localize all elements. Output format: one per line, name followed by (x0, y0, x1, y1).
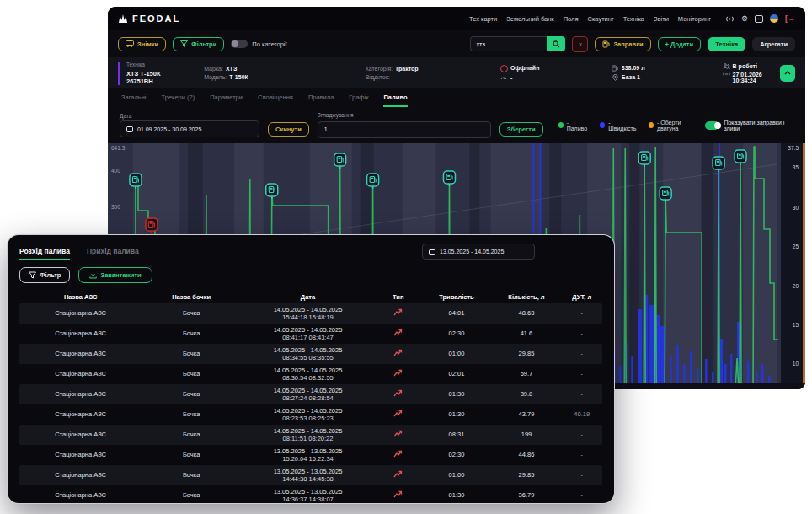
collapse-button[interactable] (780, 65, 795, 82)
cell-duration: 08:31 (421, 431, 491, 438)
location-pin-icon (612, 74, 619, 81)
ukraine-flag-icon[interactable] (770, 14, 778, 23)
nav-item-Моніторинг[interactable]: Моніторинг (678, 15, 711, 23)
drain-type-icon (393, 349, 403, 356)
funnel-icon (180, 40, 188, 47)
base-value: База 1 (622, 74, 640, 81)
tab-Параметри[interactable]: Параметри (210, 94, 243, 107)
refuel-marker-icon[interactable] (660, 187, 671, 202)
panel-buttons: Фільтр Завантажити (19, 267, 602, 283)
segment-aggregates-button[interactable]: Агрегати (752, 37, 795, 51)
filters-label: Фільтри (191, 40, 216, 48)
broadcast-icon[interactable] (725, 15, 735, 23)
nav-item-Техніка[interactable]: Техніка (623, 15, 644, 23)
date-range-value: 01.09.2025 - 30.09.2025 (137, 126, 201, 132)
cell-type (375, 430, 421, 439)
table-row: Стаціонарна АЗСБочка14.05.2025 - 14.05.2… (19, 344, 602, 364)
segment-vehicles-button[interactable]: Техніка (708, 37, 745, 51)
refuel-marker-icon[interactable] (334, 153, 346, 169)
cell-type (375, 450, 421, 459)
refuel-marker-icon[interactable] (444, 171, 456, 186)
tab-Загальні[interactable]: Загальні (121, 94, 147, 107)
search-button[interactable] (547, 36, 565, 51)
search-input[interactable] (470, 36, 547, 51)
time-range: 08:23:53 08:25:23 (241, 415, 375, 422)
vehicle-name: ХТЗ Т-150К 26751ВН (126, 70, 182, 85)
download-label: Завантажити (100, 271, 141, 279)
smoothing-input[interactable] (318, 121, 491, 138)
widgets-icon[interactable] (755, 15, 763, 23)
panel-filter-button[interactable]: Фільтр (19, 267, 70, 283)
drain-type-icon (393, 410, 403, 417)
refuels-button[interactable]: Заправки (595, 37, 650, 51)
date-field-group: Дата 01.09.2025 - 30.09.2025 (120, 113, 259, 137)
time-range: 08:11:51 08:20:22 (241, 435, 375, 442)
feodal-logo: FEODAL (118, 13, 180, 24)
refuel-marker-icon[interactable] (266, 184, 278, 199)
tab-Графік[interactable]: Графік (349, 94, 368, 107)
nav-item-Тех карти[interactable]: Тех карти (469, 15, 497, 23)
panel-tab-Розхід палива[interactable]: Розхід палива (19, 247, 70, 260)
refuel-marker-icon[interactable] (130, 174, 142, 189)
settings-gear-icon[interactable]: ⚙ (741, 15, 748, 23)
y-axis-right-label: 25 (793, 244, 799, 249)
panel-tab-Прихід палива[interactable]: Прихід палива (87, 247, 139, 260)
date-range-input[interactable]: 01.09.2025 - 30.09.2025 (120, 120, 259, 137)
cell-duration: 01:30 (421, 491, 491, 499)
nav-icon-cluster: ⚙ [→ (725, 14, 795, 23)
reset-label: Скинути (275, 126, 302, 133)
vehicle-title: Техніка ХТЗ Т-150К 26751ВН (118, 62, 182, 85)
drain-marker-icon[interactable] (146, 218, 158, 233)
y-axis-right-label: 15 (793, 322, 799, 328)
date-range: 14.05.2025 - 14.05.2025 (274, 326, 343, 334)
nav-item-Скаутинг[interactable]: Скаутинг (587, 15, 613, 23)
time-range: 14:36:37 14:38:07 (241, 495, 375, 503)
chart-band (743, 143, 777, 389)
nav-item-Земельний банк[interactable]: Земельний банк (506, 15, 553, 23)
brand-text: FEODAL (132, 13, 180, 24)
show-refuels-label: Показувати заправки і зливи (724, 120, 793, 131)
add-button[interactable]: + Додати (658, 37, 702, 51)
filters-button[interactable]: Фільтри (173, 37, 224, 51)
refuel-marker-icon[interactable] (367, 174, 379, 189)
save-button[interactable]: Зберегти (499, 122, 543, 137)
tab-Паливо[interactable]: Паливо (383, 94, 407, 107)
cell-tank: Бочка (142, 471, 241, 479)
tab-Сповіщення[interactable]: Сповіщення (258, 94, 293, 107)
cell-station: Стаціонарна АЗС (19, 410, 142, 418)
nav-item-Поля[interactable]: Поля (564, 15, 579, 23)
table-row: Стаціонарна АЗСБочка14.05.2025 - 14.05.2… (19, 364, 602, 384)
refuel-marker-icon[interactable] (735, 150, 746, 165)
speed-bar-thick (649, 305, 654, 389)
chart-controls: Дата 01.09.2025 - 30.09.2025 Скинути Згл… (108, 107, 805, 143)
speedometer-icon (500, 75, 508, 81)
cell-station: Стаціонарна АЗС (19, 431, 142, 438)
y-axis-right-label: 35 (793, 164, 799, 170)
reset-button[interactable]: Скинути (268, 122, 309, 137)
legend-dot-icon (649, 122, 654, 128)
by-category-toggle[interactable]: По категорії (231, 40, 286, 48)
refuel-marker-icon[interactable] (713, 157, 724, 172)
cell-duration: 01:30 (421, 410, 491, 418)
calendar-icon (429, 249, 435, 255)
cell-amount: 29.85 (491, 471, 561, 479)
show-refuels-toggle[interactable]: Показувати заправки і зливи (705, 120, 793, 131)
clear-search-button[interactable]: x (572, 36, 588, 52)
nav-item-Звіти[interactable]: Звіти (654, 15, 669, 23)
download-button[interactable]: Завантажити (78, 267, 152, 283)
cell-date: 14.05.2025 - 14.05.202508:23:53 08:25:23 (241, 407, 375, 423)
cell-tank: Бочка (142, 370, 241, 377)
logout-icon[interactable]: [→ (785, 14, 795, 23)
cell-tank: Бочка (142, 451, 241, 458)
tab-Правила[interactable]: Правила (308, 94, 334, 107)
fuel-base-col: 338.09 л База 1 (612, 65, 723, 81)
cell-station: Стаціонарна АЗС (19, 350, 142, 357)
date-range: 14.05.2025 - 14.05.2025 (274, 346, 343, 354)
panel-date-input[interactable]: 13.05.2025 - 14.05.2025 (422, 244, 535, 260)
cell-tank: Бочка (142, 309, 241, 317)
division-value: - (393, 74, 394, 80)
date-range: 14.05.2025 - 14.05.2025 (274, 306, 343, 313)
refuel-marker-icon[interactable] (638, 152, 650, 167)
tab-Трекери (2)[interactable]: Трекери (2) (162, 94, 195, 107)
snapshots-button[interactable]: Знімки (118, 37, 166, 51)
